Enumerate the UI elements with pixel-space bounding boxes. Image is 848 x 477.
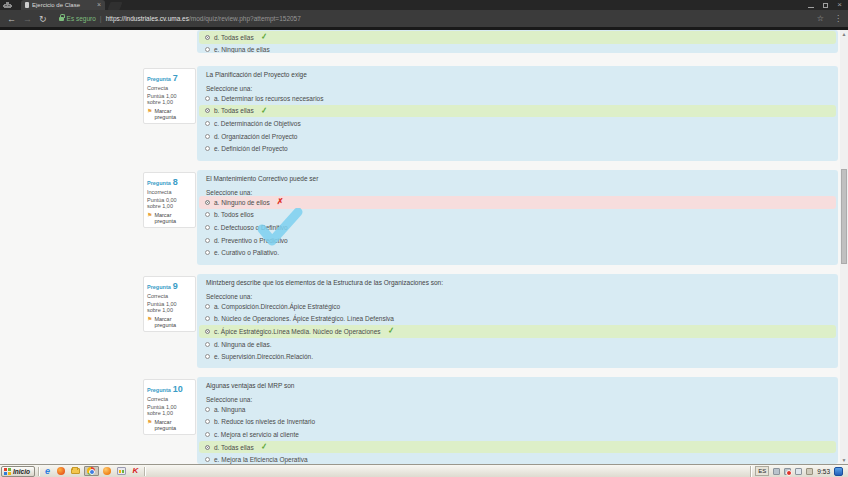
radio-button[interactable] [205, 329, 210, 334]
question-info: Pregunta10CorrectaPuntúa 1,00 sobre 1,00… [143, 379, 196, 435]
flag-question-link[interactable]: ⚑Marcar pregunta [147, 212, 192, 224]
firefox-icon[interactable] [56, 466, 67, 476]
options-list: a. Determinar los recursos necesariosb. … [199, 92, 836, 155]
kaspersky-icon[interactable]: K [130, 466, 141, 476]
radio-button[interactable] [205, 342, 210, 347]
flag-question-link[interactable]: ⚑Marcar pregunta [147, 419, 192, 431]
radio-button[interactable] [205, 225, 210, 230]
answer-option[interactable]: e. Mejora la Eficiencia Operativa [199, 453, 836, 464]
answer-option[interactable]: b. Núcleo de Operaciones. Ápice Estratég… [199, 313, 836, 326]
question-status: Correcta [147, 396, 192, 402]
radio-button[interactable] [205, 407, 210, 412]
windows-logo-icon [4, 468, 11, 475]
tray-app-icon[interactable] [773, 468, 780, 475]
question-block: Algunas ventajas del MRP sonSeleccione u… [197, 377, 838, 464]
radio-button[interactable] [205, 108, 210, 113]
answer-option[interactable]: e. Definición del Proyecto [199, 142, 836, 155]
answer-option[interactable]: c. Mejora el servicio al cliente [199, 428, 836, 441]
browser-tab[interactable]: Ejercicio de Clase × [21, 0, 105, 10]
radio-button[interactable] [205, 354, 210, 359]
question-number-row: Pregunta8 [147, 176, 192, 187]
bookmark-star-icon[interactable]: ☆ [817, 14, 824, 23]
radio-button[interactable] [205, 200, 210, 205]
address-bar[interactable]: Es seguro | https://industriales.cv.uma.… [59, 12, 817, 25]
answer-option[interactable]: e. Supervisión.Dirección.Relación. [199, 350, 836, 363]
tray-clock[interactable]: 9:53 [817, 468, 830, 475]
answer-option[interactable]: d. Todas ellas✓ [199, 31, 836, 44]
radio-button[interactable] [205, 250, 210, 255]
flag-icon: ⚑ [147, 108, 152, 114]
folder-icon[interactable] [70, 466, 81, 476]
window-restore-icon[interactable] [823, 3, 828, 8]
back-icon[interactable]: ← [7, 14, 16, 24]
radio-button[interactable] [205, 96, 210, 101]
windows-taskbar: Inicio e K ES 9:53 [0, 464, 848, 477]
tray-volume-icon[interactable] [806, 468, 813, 475]
radio-button[interactable] [205, 121, 210, 126]
forward-icon[interactable]: → [23, 14, 32, 24]
language-indicator[interactable]: ES [755, 466, 769, 476]
radio-button[interactable] [205, 316, 210, 321]
flag-question-link[interactable]: ⚑Marcar pregunta [147, 108, 192, 120]
answer-option[interactable]: e. Curativo o Paliativo. [199, 246, 836, 259]
radio-button[interactable] [205, 146, 210, 151]
answer-option[interactable]: d. Todas ellas✓ [199, 441, 836, 454]
select-prompt: Seleccione una: [206, 293, 252, 300]
answer-option[interactable]: d. Organización del Proyecto [199, 130, 836, 143]
radio-button[interactable] [205, 134, 210, 139]
question-text: Algunas ventajas del MRP son [206, 382, 294, 389]
answer-option[interactable]: a. Ninguno de ellos✗ [199, 196, 836, 209]
app-window-icon[interactable] [116, 466, 127, 476]
window-minimize-icon[interactable] [808, 7, 814, 8]
answer-option[interactable]: a. Ninguna [199, 403, 836, 416]
question-list: d. Todas ellas✓e. Ninguna de ellasPregun… [0, 30, 840, 464]
scroll-down-icon[interactable]: ▼ [840, 456, 848, 464]
answer-option[interactable]: c. Ápice Estratégico.Línea Media. Núcleo… [199, 325, 836, 338]
browser-menu-icon[interactable]: ⋮ [834, 14, 842, 23]
radio-button[interactable] [205, 238, 210, 243]
page-favicon [25, 2, 29, 8]
question-text: El Mantenimiento Correctivo puede ser [206, 175, 318, 182]
taskbar-separator [38, 467, 39, 476]
option-label: c. Mejora el servicio al cliente [214, 431, 299, 438]
scrollbar-thumb[interactable] [841, 169, 847, 264]
browser-tab-strip: Ejercicio de Clase × × [0, 0, 848, 10]
option-label: a. Determinar los recursos necesarios [214, 95, 323, 102]
answer-option[interactable]: b. Reduce los niveles de Inventario [199, 416, 836, 429]
answer-option[interactable]: b. Todas ellas✓ [199, 105, 836, 118]
start-button[interactable]: Inicio [1, 466, 35, 477]
app-orange-icon[interactable] [102, 466, 113, 476]
reload-icon[interactable]: ↻ [39, 14, 47, 24]
radio-button[interactable] [205, 212, 210, 217]
radio-button[interactable] [205, 445, 210, 450]
tray-alert-icon[interactable] [784, 468, 791, 475]
radio-button[interactable] [205, 304, 210, 309]
window-close-icon[interactable]: × [837, 1, 842, 9]
tray-network-icon[interactable] [795, 468, 802, 475]
answer-option[interactable]: a. Composición.Dirección.Ápice Estratégi… [199, 300, 836, 313]
tab-close-icon[interactable]: × [97, 2, 101, 8]
question-block: d. Todas ellas✓e. Ninguna de ellas [197, 30, 838, 53]
question-grade: Puntúa 1,00 sobre 1,00 [147, 404, 191, 416]
question-grade: Puntúa 1,00 sobre 1,00 [147, 93, 191, 105]
radio-button[interactable] [205, 35, 210, 40]
radio-button[interactable] [205, 419, 210, 424]
new-tab-button[interactable] [108, 2, 123, 10]
flag-question-link[interactable]: ⚑Marcar pregunta [147, 316, 192, 328]
page-scrollbar[interactable]: ▲ ▼ [840, 30, 848, 464]
radio-button[interactable] [205, 47, 210, 52]
option-label: a. Ninguna [214, 406, 245, 413]
answer-option[interactable]: c. Determinación de Objetivos [199, 117, 836, 130]
answer-option[interactable]: e. Ninguna de ellas [199, 44, 836, 53]
scroll-up-icon[interactable]: ▲ [840, 30, 848, 38]
answer-option[interactable]: d. Ninguna de ellas. [199, 338, 836, 351]
flag-icon: ⚑ [147, 419, 152, 425]
answer-option[interactable]: a. Determinar los recursos necesarios [199, 92, 836, 105]
radio-button[interactable] [205, 432, 210, 437]
tray-blue-icon[interactable] [834, 467, 843, 476]
radio-button[interactable] [205, 457, 210, 462]
correct-check-icon: ✓ [260, 33, 268, 42]
chrome-icon[interactable] [84, 466, 99, 476]
system-tray: ES 9:53 [750, 466, 847, 477]
internet-explorer-icon[interactable]: e [42, 466, 53, 476]
